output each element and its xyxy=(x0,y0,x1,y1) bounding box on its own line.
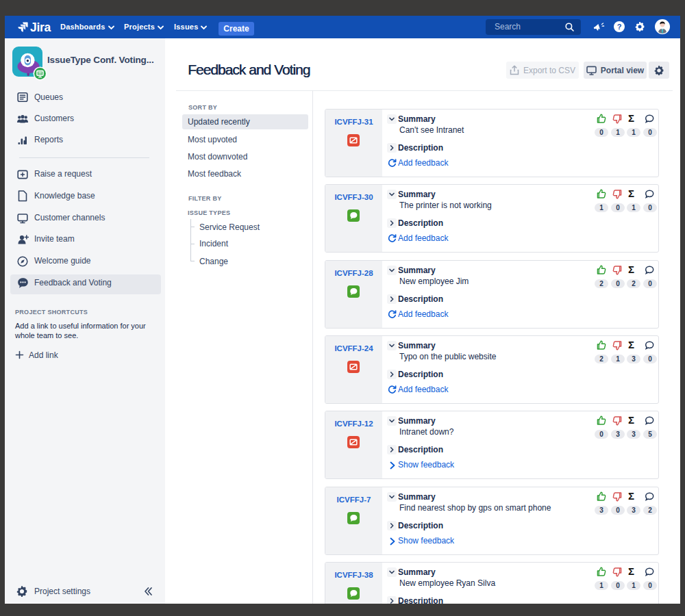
svg-text:?: ? xyxy=(617,23,622,31)
